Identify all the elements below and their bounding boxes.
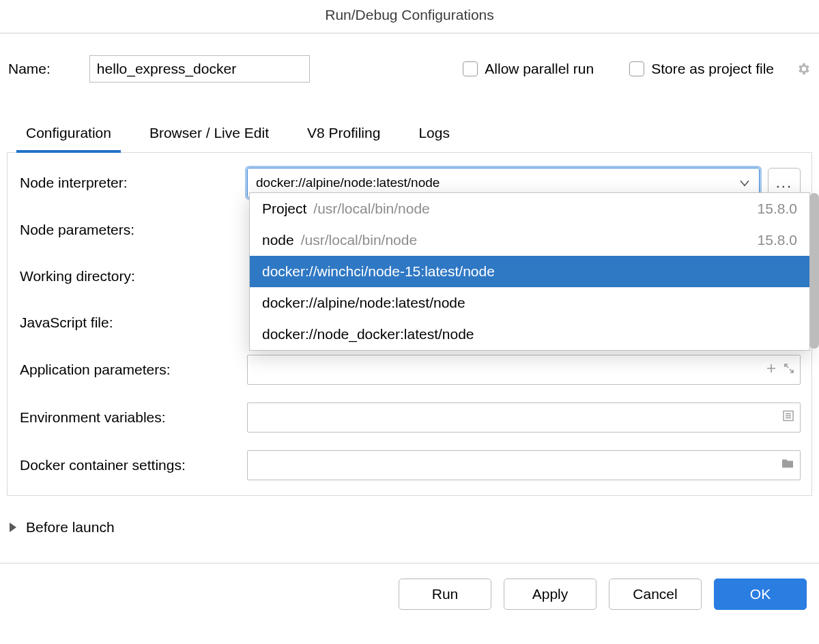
plus-icon[interactable] (766, 362, 777, 377)
store-as-project-file-label: Store as project file (651, 61, 774, 77)
expand-icon[interactable] (784, 362, 794, 377)
tab-v8-profiling[interactable]: V8 Profiling (303, 117, 384, 152)
tab-configuration[interactable]: Configuration (22, 117, 115, 152)
node-interpreter-dropdown-list: Project/usr/local/bin/node 15.8.0 node/u… (249, 192, 810, 351)
header-row: Name: Allow parallel run Store as projec… (0, 33, 819, 117)
tab-logs[interactable]: Logs (414, 117, 454, 152)
before-launch-label: Before launch (26, 519, 115, 536)
working-directory-label: Working directory: (18, 268, 247, 284)
gear-icon[interactable] (796, 61, 811, 76)
environment-variables-input[interactable] (247, 402, 801, 433)
before-launch-section[interactable]: Before launch (0, 496, 819, 563)
node-parameters-label: Node parameters: (18, 222, 247, 238)
list-icon[interactable] (782, 410, 794, 426)
docker-container-settings-input[interactable] (247, 450, 801, 480)
triangle-right-icon (10, 523, 16, 532)
folder-icon[interactable] (781, 458, 794, 473)
chevron-down-icon (740, 175, 749, 190)
allow-parallel-run-checkbox[interactable]: Allow parallel run (463, 61, 594, 77)
dropdown-option-docker-node-docker[interactable]: docker://node_docker:latest/node (250, 319, 809, 350)
tab-browser-live-edit[interactable]: Browser / Live Edit (145, 117, 273, 152)
ok-button[interactable]: OK (714, 579, 807, 610)
configuration-panel: Node interpreter: docker://alpine/node:l… (7, 153, 812, 496)
name-label: Name: (8, 61, 51, 77)
dropdown-option-project[interactable]: Project/usr/local/bin/node 15.8.0 (250, 193, 809, 224)
run-button[interactable]: Run (399, 579, 491, 610)
dropdown-option-docker-alpine[interactable]: docker://alpine/node:latest/node (250, 287, 809, 319)
node-interpreter-label: Node interpreter: (18, 175, 247, 191)
checkbox-icon (629, 61, 644, 76)
javascript-file-label: JavaScript file: (18, 314, 247, 331)
dropdown-option-node[interactable]: node/usr/local/bin/node 15.8.0 (250, 224, 809, 256)
environment-variables-label: Environment variables: (18, 409, 247, 426)
dialog-footer: Run Apply Cancel OK (0, 563, 819, 625)
application-parameters-input[interactable] (247, 355, 801, 385)
dialog-title: Run/Debug Configurations (0, 0, 819, 33)
store-as-project-file-checkbox[interactable]: Store as project file (629, 61, 774, 77)
checkbox-icon (463, 61, 478, 76)
allow-parallel-run-label: Allow parallel run (485, 61, 594, 77)
node-interpreter-value: docker://alpine/node:latest/node (256, 175, 440, 190)
apply-button[interactable]: Apply (504, 579, 597, 610)
application-parameters-label: Application parameters: (18, 362, 247, 378)
docker-container-settings-label: Docker container settings: (18, 457, 247, 473)
cancel-button[interactable]: Cancel (609, 579, 702, 610)
name-input[interactable] (89, 55, 310, 83)
tabs: Configuration Browser / Live Edit V8 Pro… (7, 117, 812, 153)
scrollbar-thumb[interactable] (809, 193, 819, 349)
dropdown-option-docker-winchci[interactable]: docker://winchci/node-15:latest/node (250, 256, 809, 287)
